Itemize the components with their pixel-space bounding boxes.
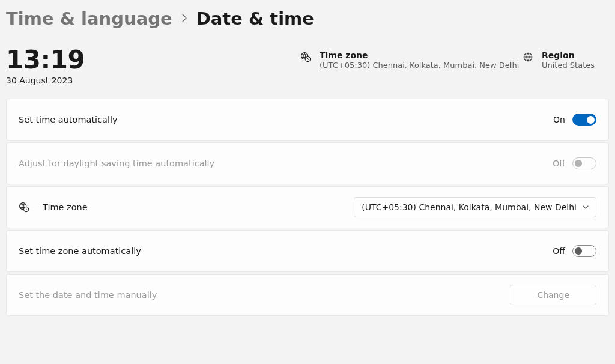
set-time-auto-label: Set time automatically — [19, 115, 118, 124]
region-summary-label: Region — [542, 50, 595, 60]
dst-auto-row: Adjust for daylight saving time automati… — [6, 142, 609, 184]
manual-datetime-row: Set the date and time manually Change — [6, 274, 609, 316]
change-button: Change — [510, 285, 596, 305]
set-time-auto-row[interactable]: Set time automatically On — [6, 99, 609, 141]
timezone-row-label: Time zone — [43, 202, 88, 212]
chevron-right-icon — [181, 11, 188, 26]
timezone-summary-label: Time zone — [320, 50, 519, 60]
globe-icon — [523, 52, 533, 62]
dst-auto-status: Off — [553, 159, 565, 168]
current-time: 13:19 — [6, 47, 300, 73]
region-summary: Region United States — [523, 47, 595, 70]
timezone-row[interactable]: Time zone (UTC+05:30) Chennai, Kolkata, … — [6, 186, 609, 228]
chevron-down-icon — [583, 204, 589, 211]
breadcrumb-current: Date & time — [196, 8, 314, 29]
breadcrumb-parent[interactable]: Time & language — [6, 8, 172, 29]
breadcrumb: Time & language Date & time — [6, 8, 609, 29]
clock-block: 13:19 30 August 2023 — [6, 47, 300, 85]
dst-auto-toggle — [572, 157, 596, 169]
set-tz-auto-label: Set time zone automatically — [19, 246, 141, 256]
dst-auto-label: Adjust for daylight saving time automati… — [19, 159, 214, 168]
region-summary-value: United States — [542, 61, 595, 70]
manual-datetime-label: Set the date and time manually — [19, 290, 157, 300]
timezone-summary: Time zone (UTC+05:30) Chennai, Kolkata, … — [300, 47, 523, 70]
set-time-auto-status: On — [553, 115, 565, 124]
set-tz-auto-row[interactable]: Set time zone automatically Off — [6, 230, 609, 272]
set-tz-auto-toggle[interactable] — [572, 245, 596, 257]
set-tz-auto-status: Off — [553, 246, 565, 256]
current-date: 30 August 2023 — [6, 76, 300, 85]
set-time-auto-toggle[interactable] — [572, 114, 596, 126]
timezone-summary-value: (UTC+05:30) Chennai, Kolkata, Mumbai, Ne… — [320, 61, 519, 70]
globe-clock-icon — [300, 52, 311, 62]
globe-clock-icon — [19, 202, 29, 213]
timezone-dropdown-value: (UTC+05:30) Chennai, Kolkata, Mumbai, Ne… — [362, 202, 577, 212]
timezone-dropdown[interactable]: (UTC+05:30) Chennai, Kolkata, Mumbai, Ne… — [354, 197, 596, 217]
change-button-label: Change — [537, 290, 569, 300]
